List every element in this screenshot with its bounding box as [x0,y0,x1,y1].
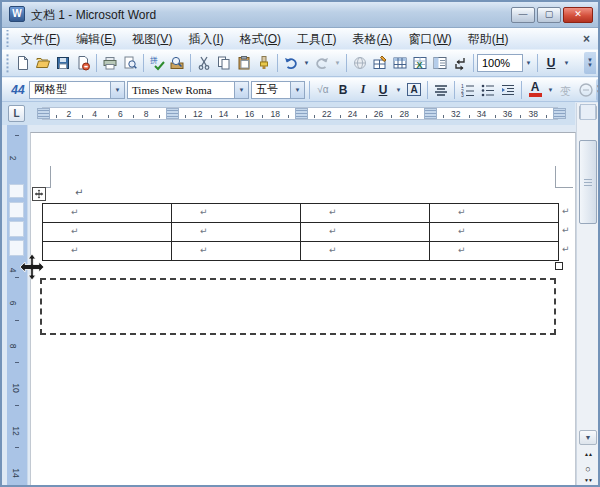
cut-icon[interactable] [194,53,214,73]
font-size-dropdown-icon[interactable]: ▼ [290,82,304,98]
table-resize-handle[interactable] [555,262,563,270]
menubar-grip-handle[interactable] [5,30,10,47]
font-dropdown-icon[interactable]: ▼ [234,82,248,98]
horizontal-ruler[interactable]: 2468121416182224262832343638 [42,107,558,120]
document-table[interactable]: ↵↵↵↵↵↵↵↵↵↵↵↵ [42,203,559,261]
redo-icon[interactable] [312,53,332,73]
table-move-handle[interactable] [32,187,46,201]
table-row-marker[interactable] [9,184,24,198]
character-border-icon[interactable]: A [404,80,424,100]
previous-page-icon[interactable]: ▲▲ [579,450,597,464]
new-document-icon[interactable] [13,53,33,73]
insert-excel-worksheet-icon[interactable]: X [410,53,430,73]
increase-indent-icon[interactable] [498,80,518,100]
table-column-marker[interactable] [295,108,308,119]
redo-dropdown-icon[interactable]: ▼ [332,53,343,73]
menu-a[interactable]: 表格(A) [344,30,400,48]
close-button[interactable]: ✕ [563,7,593,23]
styles-formatting-pane-icon[interactable]: 44 [8,80,28,100]
insert-hyperlink-icon[interactable] [350,53,370,73]
open-icon[interactable] [33,53,53,73]
permission-icon[interactable] [73,53,93,73]
insert-table-icon[interactable] [390,53,410,73]
research-icon[interactable] [167,53,187,73]
table-cell-r1c4[interactable]: ↵ [430,204,559,223]
tables-and-borders-icon[interactable] [370,53,390,73]
table-cell-r2c3[interactable]: ↵ [301,223,430,242]
menu-f[interactable]: 文件(F) [13,30,68,48]
center-align-icon[interactable] [431,80,451,100]
underline-dropdown-icon[interactable]: ▼ [393,80,404,100]
vertical-ruler[interactable]: 2468101214 [7,125,28,485]
table-cell-r2c1[interactable]: ↵ [43,223,172,242]
standard-toolbar-grip-handle[interactable] [5,53,10,74]
undo-icon[interactable] [281,53,301,73]
font-color-dropdown-icon[interactable]: ▼ [545,80,556,100]
show-hide-formatting-marks-icon[interactable] [450,53,470,73]
table-column-marker[interactable] [424,108,437,119]
copy-icon[interactable] [214,53,234,73]
menu-h[interactable]: 帮助(H) [460,30,517,48]
table-column-marker[interactable] [166,108,179,119]
table-cell-r3c3[interactable]: ↵ [301,242,430,261]
title-bar[interactable]: W 文档 1 - Microsoft Word — ▢ ✕ [0,0,600,28]
toolbar-options-icon[interactable]: ▼▼ [596,79,600,101]
tab-selector[interactable]: L [8,105,25,122]
underline-icon[interactable]: U [373,80,393,100]
print-icon[interactable] [100,53,120,73]
close-document-icon[interactable]: × [583,32,590,46]
select-browse-object-icon[interactable]: ○ [579,463,597,477]
menu-e[interactable]: 编辑(E) [68,30,124,48]
table-row-marker[interactable] [9,202,24,218]
table-column-marker[interactable] [553,108,566,119]
undo-dropdown-icon[interactable]: ▼ [301,53,312,73]
underline-quick-icon[interactable]: U [541,53,561,73]
menu-i[interactable]: 插入(I) [180,30,231,48]
style-select[interactable]: 网格型 ▼ [29,81,125,99]
vertical-scrollbar[interactable]: ▲ ▼ ▲▲ ○ ▼▼ [576,103,598,485]
next-page-icon[interactable]: ▼▼ [579,476,597,487]
menu-v[interactable]: 视图(V) [124,30,180,48]
maximize-button[interactable]: ▢ [537,7,561,23]
italic-icon[interactable]: I [353,80,373,100]
phonetic-ruby-icon[interactable]: 变 [556,80,576,100]
minimize-button[interactable]: — [511,7,535,23]
vruler-number: 2 [8,156,18,161]
table-cell-r1c1[interactable]: ↵ [43,204,172,223]
table-cell-r2c2[interactable]: ↵ [172,223,301,242]
enclose-characters-icon[interactable] [576,80,596,100]
table-row-marker[interactable] [9,221,24,237]
save-icon[interactable] [53,53,73,73]
scroll-down-icon[interactable]: ▼ [579,430,597,445]
bold-icon[interactable]: B [333,80,353,100]
underline-quick-dropdown-icon[interactable]: ▼ [561,53,572,73]
table-cell-r3c4[interactable]: ↵ [430,242,559,261]
bulleted-list-icon[interactable] [478,80,498,100]
font-color-icon[interactable]: A [525,80,545,100]
hruler-tick [262,115,263,118]
table-cell-r1c2[interactable]: ↵ [172,204,301,223]
toolbar-options-icon[interactable]: ▼▼ [584,52,596,74]
paste-icon[interactable] [234,53,254,73]
phonetic-guide-icon[interactable]: √α [313,80,333,100]
font-select[interactable]: Times New Roma ▼ [127,81,249,99]
font-size-select[interactable]: 五号 ▼ [251,81,305,99]
menu-t[interactable]: 工具(T) [289,30,344,48]
table-column-marker[interactable] [37,108,50,119]
style-dropdown-icon[interactable]: ▼ [110,82,124,98]
table-cell-r2c4[interactable]: ↵ [430,223,559,242]
document-map-icon[interactable] [430,53,450,73]
print-preview-icon[interactable] [120,53,140,73]
menu-w[interactable]: 窗口(W) [400,30,459,48]
table-cell-r3c1[interactable]: ↵ [43,242,172,261]
format-painter-icon[interactable] [254,53,274,73]
zoom-input[interactable]: 100% [477,54,523,72]
zoom-dropdown-icon[interactable]: ▼ [523,53,534,73]
numbered-list-icon[interactable]: 123 [458,80,478,100]
table-cell-r3c2[interactable]: ↵ [172,242,301,261]
spelling-grammar-icon[interactable]: 拼 [147,53,167,73]
scrollbar-thumb[interactable] [579,140,597,224]
document-page[interactable]: ↵ ↵↵↵↵↵↵↵↵↵↵↵↵ ↵↵↵ [30,132,576,485]
menu-o[interactable]: 格式(O) [232,30,289,48]
table-cell-r1c3[interactable]: ↵ [301,204,430,223]
